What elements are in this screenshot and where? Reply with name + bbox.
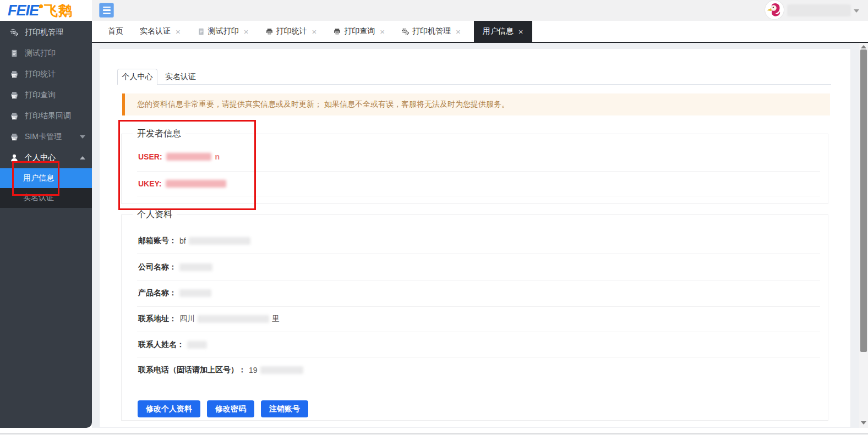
close-icon[interactable]: ×	[380, 27, 385, 36]
document-icon	[10, 49, 19, 58]
printer-icon	[10, 70, 19, 79]
edit-profile-button[interactable]: 修改个人资料	[138, 400, 200, 417]
developer-info-legend: 开发者信息	[133, 128, 185, 140]
header-bar	[92, 0, 868, 21]
chevron-down-icon	[80, 135, 85, 139]
content-tabs-divider	[157, 84, 831, 85]
vertical-scrollbar[interactable]	[859, 43, 868, 428]
sidebar-item-sim-management[interactable]: SIM卡管理	[0, 126, 92, 147]
sidebar-toggle-button[interactable]	[99, 3, 114, 18]
tab-label: 实名认证	[140, 26, 171, 36]
tab-home[interactable]: 首页	[105, 21, 127, 42]
gears-icon	[401, 27, 410, 36]
profile-row-contact-name: 联系人姓名：	[138, 340, 814, 350]
content-tab-real-name-auth[interactable]: 实名认证	[165, 69, 196, 85]
sidebar-item-test-print[interactable]: 测试打印	[0, 43, 92, 64]
username-redacted[interactable]	[787, 4, 851, 16]
row-divider	[137, 254, 820, 254]
sidebar-item-personal-center[interactable]: 个人中心	[0, 147, 92, 168]
scroll-up-arrow-icon[interactable]	[861, 45, 866, 48]
user-value-suffix: n	[215, 152, 220, 161]
content-tab-label: 实名认证	[165, 72, 196, 82]
sidebar-item-print-stats[interactable]: 打印统计	[0, 64, 92, 85]
scroll-down-arrow-icon[interactable]	[861, 421, 866, 425]
close-icon[interactable]: ×	[244, 27, 249, 36]
row-divider	[137, 306, 820, 307]
printer-icon	[10, 133, 19, 141]
profile-row-phone: 联系电话（固话请加上区号）： 19	[138, 365, 814, 375]
field-label: 联系人姓名：	[138, 340, 184, 350]
delete-account-button[interactable]: 注销账号	[261, 400, 308, 417]
field-label: 邮箱账号：	[138, 236, 177, 246]
sidebar-subitem-real-name-auth[interactable]: 实名认证	[0, 188, 92, 208]
tab-print-stats[interactable]: 打印统计 ×	[262, 21, 320, 42]
sidebar-item-label: 打印统计	[25, 69, 56, 79]
ukey-row: UKEY:	[138, 179, 226, 188]
field-value-prefix: 19	[249, 366, 258, 375]
logo-accent-icon	[39, 4, 43, 8]
printer-icon	[10, 91, 19, 100]
tab-print-query[interactable]: 打印查询 ×	[330, 21, 388, 42]
tab-label: 测试打印	[208, 26, 239, 36]
field-label: 公司名称：	[138, 262, 177, 272]
personal-profile-legend: 个人资料	[133, 209, 177, 221]
sidebar-item-label: SIM卡管理	[25, 132, 62, 142]
printer-icon	[265, 27, 274, 36]
user-avatar[interactable]	[765, 1, 784, 19]
tab-label: 用户信息	[483, 26, 514, 36]
field-label: 产品名称：	[138, 288, 177, 298]
close-icon[interactable]: ×	[518, 27, 523, 36]
field-value-suffix: 里	[272, 314, 280, 324]
field-label: 联系电话（固话请加上区号）：	[138, 365, 246, 375]
row-divider	[137, 280, 820, 280]
change-password-button[interactable]: 修改密码	[207, 400, 254, 417]
profile-row-address: 联系地址： 四川 里	[138, 314, 814, 324]
profile-row-product: 产品名称：	[138, 288, 814, 298]
content-tab-personal-center[interactable]: 个人中心	[117, 69, 157, 85]
developer-info-section: 开发者信息 USER: n UKEY:	[121, 134, 828, 204]
redacted-contact-name-value	[187, 341, 207, 349]
close-icon[interactable]: ×	[456, 27, 461, 36]
logo-text-orange: 飞鹅	[44, 2, 73, 20]
tab-label: 打印查询	[344, 26, 375, 36]
user-icon	[10, 153, 19, 162]
goose-avatar-icon	[765, 1, 784, 19]
redacted-company-value	[179, 263, 212, 271]
field-label: 联系地址：	[138, 314, 177, 324]
tab-test-print[interactable]: 测试打印 ×	[194, 21, 252, 42]
sidebar-item-label: 打印结果回调	[25, 111, 71, 121]
redacted-phone-value	[260, 366, 303, 374]
sidebar-item-label: 个人中心	[25, 153, 56, 163]
sidebar-subitem-user-info[interactable]: 用户信息	[0, 168, 92, 188]
logo-text-blue: FEIE	[8, 2, 39, 19]
tab-printer-management[interactable]: 打印机管理 ×	[398, 21, 464, 42]
info-alert: 您的资料信息非常重要，请提供真实信息或及时更新； 如果信息不全或有误，客服将无法…	[122, 93, 830, 115]
sidebar-subitem-label: 实名认证	[23, 193, 54, 203]
tab-user-info-active[interactable]: 用户信息 ×	[474, 21, 532, 42]
chevron-up-icon	[80, 156, 85, 159]
row-divider	[137, 357, 820, 357]
personal-profile-section: 个人资料 邮箱账号： bf 公司名称： 产品名称： 联系地址： 四川 里 联系人…	[121, 214, 828, 421]
user-menu-caret-icon[interactable]	[854, 9, 859, 13]
close-icon[interactable]: ×	[176, 27, 181, 36]
sidebar-subitem-label: 用户信息	[23, 173, 54, 183]
close-icon[interactable]: ×	[312, 27, 317, 36]
tab-real-name-auth[interactable]: 实名认证 ×	[137, 21, 184, 42]
redacted-user-value	[166, 153, 211, 161]
open-tabs-bar: 首页 实名认证 × 测试打印 × 打印统计 × 打印查询 × 打印机管理 × 用…	[92, 21, 868, 43]
row-divider	[137, 171, 820, 172]
sidebar-item-printer-management[interactable]: 打印机管理	[0, 22, 92, 43]
redacted-product-value	[179, 289, 211, 297]
sidebar-item-label: 打印机管理	[25, 27, 63, 37]
scrollbar-thumb[interactable]	[860, 49, 867, 352]
user-label: USER:	[138, 152, 162, 161]
gears-icon	[10, 28, 19, 37]
field-value-prefix: 四川	[179, 314, 195, 324]
sidebar-item-print-callback[interactable]: 打印结果回调	[0, 106, 92, 126]
redacted-email-value	[189, 237, 250, 245]
content-tab-label: 个人中心	[122, 72, 153, 82]
profile-row-email: 邮箱账号： bf	[138, 236, 814, 246]
row-divider	[137, 196, 820, 196]
sidebar-item-print-query[interactable]: 打印查询	[0, 85, 92, 106]
printer-icon	[333, 27, 341, 36]
